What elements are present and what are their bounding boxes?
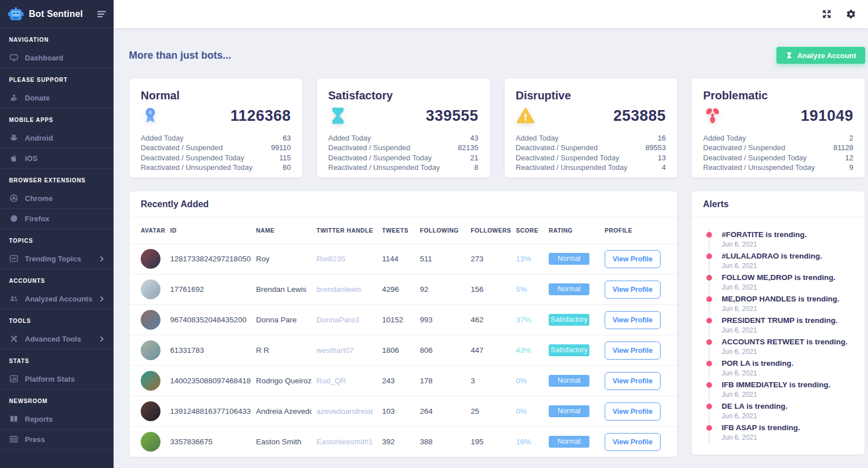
- stat-value: 12: [845, 153, 853, 163]
- analyze-account-button[interactable]: Analyze Account: [776, 47, 865, 64]
- col-rating: RATING: [544, 217, 600, 244]
- score-value: 13%: [511, 244, 544, 274]
- alert-text: #LULALADRAO is trending.: [722, 251, 857, 261]
- twitter-handle[interactable]: Rwill235: [312, 244, 377, 274]
- recently-added-panel: Recently Added AVATAR ID NAME TWITTER HA…: [129, 191, 678, 457]
- sidebar-item-press[interactable]: Press: [0, 430, 114, 450]
- stat-label: Reactivated / Unsuspended Today: [516, 163, 628, 172]
- rating-badge: Normal: [549, 253, 589, 265]
- settings-gear-icon[interactable]: [846, 9, 856, 19]
- alert-text: #FORATITE is trending.: [722, 230, 857, 240]
- twitter-handle[interactable]: Eastonleesmith1: [312, 427, 377, 457]
- account-id: 1281733824297218050: [166, 244, 251, 274]
- twitter-handle[interactable]: brendanlewis: [312, 274, 377, 305]
- alert-date: Jun 6, 2021: [722, 283, 857, 292]
- nav-section-header-accounts: Accounts: [0, 269, 114, 289]
- android-icon: [9, 133, 19, 142]
- stat-card-value: 1126368: [231, 107, 291, 125]
- rating-badge: Satisfactory: [549, 314, 589, 326]
- following-count: 806: [415, 335, 466, 366]
- twitter-handle[interactable]: Rod_QR: [312, 366, 377, 396]
- sidebar-item-ios[interactable]: iOS: [0, 148, 114, 169]
- logo-bar: Bot Sentinel: [0, 0, 114, 28]
- followers-count: 195: [466, 427, 511, 457]
- alert-dot-icon: [706, 232, 712, 238]
- view-profile-button[interactable]: View Profile: [605, 372, 661, 390]
- alert-date: Jun 6, 2021: [722, 326, 857, 335]
- menu-icon[interactable]: [97, 10, 107, 19]
- alert-item: ACCOUNTS RETWEET is trending. Jun 6, 202…: [722, 337, 857, 358]
- robot-logo-icon: [7, 7, 24, 21]
- stat-label: Deactivated / Suspended: [141, 143, 223, 152]
- sidebar-item-label: Press: [25, 435, 45, 444]
- stat-value: 81128: [834, 143, 853, 152]
- account-id: 17761692: [166, 274, 251, 305]
- sidebar-item-firefox[interactable]: Firefox: [0, 209, 114, 229]
- alert-dot-icon: [706, 382, 712, 388]
- topbar: [114, 0, 868, 28]
- twitter-handle[interactable]: westhart07: [312, 335, 377, 366]
- sidebar-item-label: Android: [25, 134, 53, 142]
- sidebar-item-android[interactable]: Android: [0, 128, 114, 148]
- alert-item: PRESIDENT TRUMP is trending. Jun 6, 2021: [722, 316, 857, 337]
- tweets-count: 103: [377, 396, 415, 427]
- view-profile-button[interactable]: View Profile: [605, 311, 661, 329]
- twitter-handle[interactable]: azevedoandreiat: [312, 396, 377, 427]
- view-profile-button[interactable]: View Profile: [605, 250, 661, 268]
- stat-value: 89553: [645, 143, 666, 152]
- followers-count: 462: [466, 305, 511, 335]
- nav-section-header-browser-extensions: Browser Extensions: [0, 169, 114, 189]
- stat-label: Deactivated / Suspended Today: [516, 153, 619, 163]
- fullscreen-icon[interactable]: [822, 9, 832, 19]
- alert-text: ME,DROP HANDLES is trending.: [722, 294, 857, 304]
- apple-icon: [9, 154, 19, 163]
- stat-label: Deactivated / Suspended Today: [141, 153, 244, 163]
- stat-label: Deactivated / Suspended: [516, 143, 598, 152]
- nav-section-header-topics: Topics: [0, 229, 114, 249]
- alert-item: POR LA is trending. Jun 6, 2021: [722, 358, 857, 380]
- sidebar-item-chrome[interactable]: Chrome: [0, 189, 114, 209]
- twitter-handle[interactable]: DonnaPare3: [312, 305, 377, 335]
- sidebar-item-analyzed-accounts[interactable]: Analyzed Accounts: [0, 289, 114, 309]
- tweets-count: 243: [377, 366, 415, 396]
- alert-date: Jun 6, 2021: [722, 305, 857, 313]
- view-profile-button[interactable]: View Profile: [605, 342, 661, 360]
- view-profile-button[interactable]: View Profile: [605, 433, 661, 451]
- stat-value: 4: [662, 163, 666, 172]
- alert-date: Jun 6, 2021: [722, 262, 857, 270]
- sidebar-item-reports[interactable]: Reports: [0, 409, 114, 430]
- tweets-count: 392: [377, 427, 415, 457]
- avatar: [141, 249, 160, 269]
- recently-added-table: AVATAR ID NAME TWITTER HANDLE TWEETS FOL…: [129, 217, 677, 457]
- stat-label: Added Today: [328, 133, 371, 143]
- view-profile-button[interactable]: View Profile: [605, 281, 661, 299]
- account-name: Andreia Azevedo: [251, 396, 312, 427]
- score-value: 0%: [511, 396, 544, 427]
- account-name: R R: [251, 335, 312, 366]
- stat-label: Added Today: [703, 133, 746, 143]
- tweets-count: 4296: [377, 274, 415, 305]
- view-profile-button[interactable]: View Profile: [605, 403, 661, 421]
- sidebar-item-platform-stats[interactable]: Platform Stats: [0, 369, 114, 390]
- sidebar-item-label: Firefox: [25, 215, 49, 223]
- sidebar-item-donate[interactable]: Donate: [0, 88, 114, 108]
- alert-text: PRESIDENT TRUMP is trending.: [722, 316, 857, 326]
- stat-card-satisfactory: Satisfactory 339555 Added Today 43 Deact…: [316, 78, 491, 178]
- sidebar-item-label: Platform Stats: [25, 375, 75, 383]
- sidebar-item-advanced-tools[interactable]: Advanced Tools: [0, 329, 114, 349]
- alert-dot-icon: [706, 296, 712, 302]
- alert-dot-icon: [706, 361, 712, 366]
- rating-badge: Normal: [549, 283, 589, 295]
- stat-card-value: 191049: [801, 107, 853, 125]
- rating-badge: Normal: [549, 405, 589, 417]
- following-count: 92: [415, 274, 466, 305]
- sidebar-item-dashboard[interactable]: Dashboard: [0, 48, 114, 68]
- stat-value: 2: [849, 133, 853, 143]
- table-row: 17761692 Brendan Lewis brendanlewis 4296…: [129, 274, 677, 305]
- sidebar-item-label: Trending Topics: [25, 255, 81, 263]
- alert-dot-icon: [706, 404, 712, 409]
- rating-badge: Satisfactory: [549, 344, 589, 356]
- sidebar-item-trending-topics[interactable]: Trending Topics: [0, 249, 114, 269]
- tweets-count: 10152: [377, 305, 415, 335]
- alert-dot-icon: [706, 253, 712, 259]
